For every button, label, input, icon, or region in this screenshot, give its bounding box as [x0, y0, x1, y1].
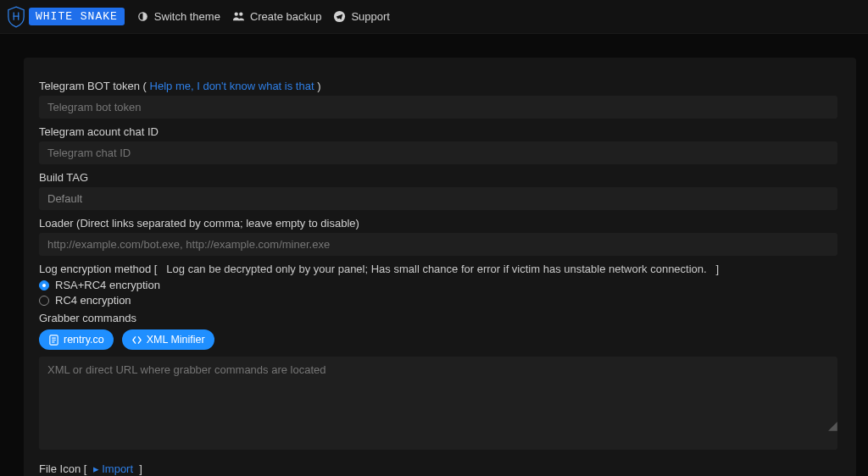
create-backup-button[interactable]: Create backup: [232, 10, 322, 23]
xml-minifier-button[interactable]: XML Minifier: [122, 329, 214, 350]
file-icon-import-link[interactable]: Import: [102, 462, 133, 475]
code-icon: [131, 335, 142, 346]
encryption-rc4-option[interactable]: RC4 encryption: [39, 294, 841, 307]
document-icon: [48, 335, 59, 346]
brand-label: WHITE SNAKE: [29, 8, 125, 25]
builder-panel: Telegram BOT token ( Help me, I don't kn…: [24, 58, 856, 476]
grabber-textarea[interactable]: [39, 357, 837, 450]
xml-minifier-button-label: XML Minifier: [147, 334, 205, 346]
telegram-token-label: Telegram BOT token ( Help me, I don't kn…: [39, 80, 841, 92]
rentry-button[interactable]: rentry.co: [39, 329, 114, 350]
telegram-token-input[interactable]: [39, 96, 837, 119]
telegram-icon: [333, 10, 346, 23]
theme-icon: [136, 10, 149, 23]
create-backup-label: Create backup: [250, 10, 322, 23]
support-label: Support: [351, 10, 390, 23]
users-icon: [232, 10, 245, 23]
textarea-resize-handle[interactable]: ◢: [828, 418, 837, 432]
encryption-label: Log encryption method [ Log can be decry…: [39, 263, 841, 275]
telegram-token-help-link[interactable]: Help me, I don't know what is that: [150, 80, 314, 92]
encryption-rsa-rc4-option[interactable]: RSA+RC4 encryption: [39, 279, 841, 291]
file-icon-label: File Icon [ ▸ Import ]: [39, 462, 841, 475]
grabber-label: Grabber commands: [39, 312, 841, 324]
encryption-rc4-label: RC4 encryption: [55, 294, 131, 307]
radio-unchecked-icon: [39, 296, 49, 306]
chat-id-input[interactable]: [39, 141, 837, 164]
support-button[interactable]: Support: [333, 10, 390, 23]
topbar: WHITE SNAKE Switch theme Create backup S…: [0, 0, 868, 34]
radio-checked-icon: [39, 280, 49, 291]
build-tag-input[interactable]: [39, 187, 837, 210]
build-tag-label: Build TAG: [39, 171, 841, 184]
svg-point-2: [239, 13, 242, 16]
logo-shield-icon: [7, 6, 25, 28]
chat-id-label: Telegram acount chat ID: [39, 125, 841, 138]
rentry-button-label: rentry.co: [64, 334, 104, 346]
loader-label: Loader (Direct links separated by comma;…: [39, 217, 841, 230]
switch-theme-button[interactable]: Switch theme: [136, 10, 220, 23]
brand-wrap: WHITE SNAKE: [7, 6, 125, 28]
grabber-buttons: rentry.co XML Minifier: [39, 329, 841, 350]
encryption-rsa-rc4-label: RSA+RC4 encryption: [55, 279, 160, 291]
loader-input[interactable]: [39, 233, 837, 256]
svg-point-1: [234, 13, 237, 16]
switch-theme-label: Switch theme: [154, 10, 220, 23]
